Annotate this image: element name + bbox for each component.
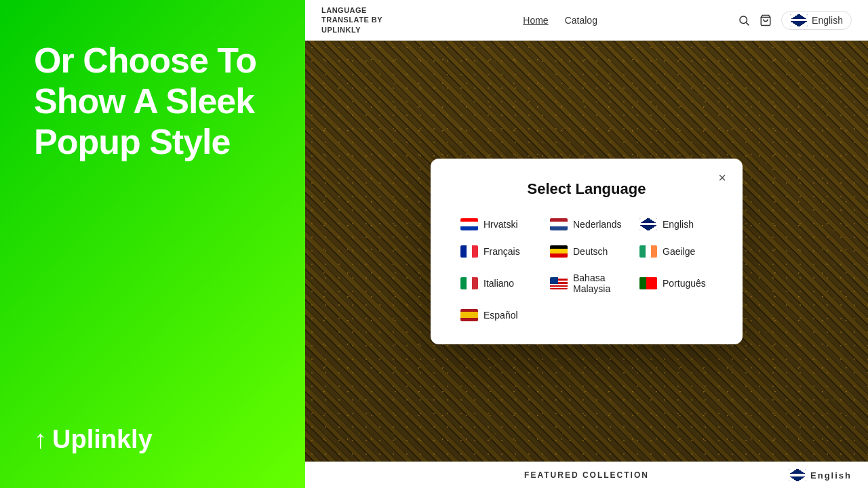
- shop-nav: LANGUAGETRANSLATE BYUPLINKLY Home Catalo…: [305, 0, 868, 41]
- left-heading: Or Choose To Show A Sleek Popup Style: [34, 41, 271, 162]
- modal-overlay[interactable]: Select Language × HrvatskiNederlandsEngl…: [305, 41, 868, 462]
- nav-links: Home Catalog: [396, 15, 724, 26]
- lang-item-pt[interactable]: Português: [634, 268, 718, 298]
- svg-line-1: [746, 22, 749, 25]
- lang-item-fr[interactable]: Français: [455, 241, 539, 262]
- lang-item-hr[interactable]: Hrvatski: [455, 214, 539, 235]
- modal-title: Select Language: [455, 180, 718, 198]
- footer-flag-icon: [789, 469, 806, 481]
- shop-footer: FEATURED COLLECTION English: [305, 462, 868, 488]
- search-icon[interactable]: [738, 14, 750, 26]
- lang-label-ga: Gaeilge: [663, 246, 695, 257]
- cart-icon[interactable]: [760, 14, 772, 26]
- lang-label-hr: Hrvatski: [484, 219, 518, 230]
- lang-label-nl: Nederlands: [573, 219, 622, 230]
- language-selector-button[interactable]: English: [781, 11, 852, 30]
- language-grid: HrvatskiNederlandsEnglishFrançaisDeutsch…: [455, 214, 718, 325]
- lang-label-de: Deutsch: [573, 246, 608, 257]
- lang-label-fr: Français: [484, 246, 520, 257]
- flag-icon-hr: [460, 218, 478, 230]
- flag-icon-de: [550, 245, 568, 258]
- current-flag-icon: [790, 14, 808, 26]
- lang-item-it[interactable]: Italiano: [455, 268, 539, 298]
- shop-mockup: LANGUAGETRANSLATE BYUPLINKLY Home Catalo…: [305, 0, 868, 488]
- flag-icon-fr: [460, 245, 478, 258]
- shop-hero: Select Language × HrvatskiNederlandsEngl…: [305, 41, 868, 462]
- lang-label-en: English: [663, 219, 694, 230]
- left-panel: Or Choose To Show A Sleek Popup Style Up…: [0, 0, 305, 488]
- flag-icon-pt: [639, 277, 657, 289]
- right-panel: LANGUAGETRANSLATE BYUPLINKLY Home Catalo…: [305, 0, 868, 488]
- logo-arrow-icon: [34, 425, 47, 454]
- language-select-modal: Select Language × HrvatskiNederlandsEngl…: [431, 159, 743, 344]
- flag-icon-en: [639, 218, 657, 230]
- lang-label-it: Italiano: [484, 278, 514, 289]
- lang-item-ms[interactable]: Bahasa Malaysia: [545, 268, 629, 298]
- flag-icon-it: [460, 277, 478, 289]
- left-logo: Uplinkly: [34, 425, 271, 454]
- svg-point-0: [740, 16, 747, 24]
- flag-icon-es: [460, 309, 478, 321]
- lang-label-ms: Bahasa Malaysia: [573, 272, 623, 294]
- logo-text: Uplinkly: [52, 425, 153, 454]
- lang-item-en[interactable]: English: [634, 214, 718, 235]
- flag-icon-ms: [550, 277, 568, 289]
- lang-label-pt: Português: [663, 278, 706, 289]
- nav-link-home[interactable]: Home: [523, 15, 548, 26]
- nav-link-catalog[interactable]: Catalog: [565, 15, 597, 26]
- lang-item-ga[interactable]: Gaeilge: [634, 241, 718, 262]
- current-language-label: English: [812, 15, 843, 26]
- featured-collection-label: FEATURED COLLECTION: [524, 470, 649, 480]
- footer-language-selector[interactable]: English: [789, 469, 852, 481]
- shop-brand: LANGUAGETRANSLATE BYUPLINKLY: [321, 5, 382, 35]
- lang-item-nl[interactable]: Nederlands: [545, 214, 629, 235]
- flag-icon-nl: [550, 218, 568, 230]
- modal-close-button[interactable]: ×: [713, 168, 732, 187]
- flag-icon-ga: [639, 245, 657, 258]
- footer-language-label: English: [810, 470, 852, 481]
- lang-label-es: Español: [484, 310, 518, 321]
- lang-item-es[interactable]: Español: [455, 305, 539, 325]
- lang-item-de[interactable]: Deutsch: [545, 241, 629, 262]
- nav-actions: English: [738, 11, 852, 30]
